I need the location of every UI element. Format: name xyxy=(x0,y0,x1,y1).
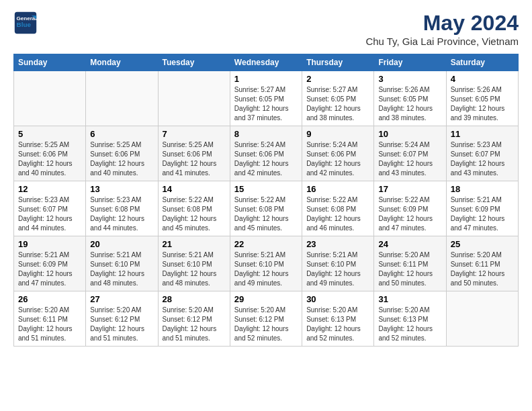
day-number: 24 xyxy=(378,239,441,249)
day-info: Sunrise: 5:21 AM Sunset: 6:10 PM Dayligh… xyxy=(163,250,226,288)
day-cell: 7Sunrise: 5:25 AM Sunset: 6:06 PM Daylig… xyxy=(158,126,230,181)
day-number: 1 xyxy=(234,74,298,84)
day-cell: 23Sunrise: 5:21 AM Sunset: 6:10 PM Dayli… xyxy=(302,236,374,291)
col-header-wednesday: Wednesday xyxy=(230,54,302,71)
day-number: 11 xyxy=(451,129,514,139)
day-info: Sunrise: 5:24 AM Sunset: 6:06 PM Dayligh… xyxy=(234,140,298,178)
day-cell: 20Sunrise: 5:21 AM Sunset: 6:10 PM Dayli… xyxy=(86,236,158,291)
day-number: 13 xyxy=(90,184,153,194)
col-header-saturday: Saturday xyxy=(446,54,518,71)
day-number: 8 xyxy=(234,129,298,139)
day-cell: 21Sunrise: 5:21 AM Sunset: 6:10 PM Dayli… xyxy=(158,236,230,291)
day-info: Sunrise: 5:23 AM Sunset: 6:07 PM Dayligh… xyxy=(18,195,81,233)
svg-text:Blue: Blue xyxy=(17,21,32,28)
day-cell: 25Sunrise: 5:20 AM Sunset: 6:11 PM Dayli… xyxy=(446,236,518,291)
day-info: Sunrise: 5:24 AM Sunset: 6:07 PM Dayligh… xyxy=(378,140,441,178)
day-info: Sunrise: 5:23 AM Sunset: 6:08 PM Dayligh… xyxy=(90,195,153,233)
day-info: Sunrise: 5:21 AM Sunset: 6:10 PM Dayligh… xyxy=(306,250,369,288)
day-number: 16 xyxy=(306,184,369,194)
day-number: 2 xyxy=(306,74,369,84)
day-info: Sunrise: 5:25 AM Sunset: 6:06 PM Dayligh… xyxy=(163,140,226,178)
day-info: Sunrise: 5:20 AM Sunset: 6:11 PM Dayligh… xyxy=(18,306,81,343)
day-number: 6 xyxy=(90,129,153,139)
day-info: Sunrise: 5:24 AM Sunset: 6:06 PM Dayligh… xyxy=(306,140,369,178)
day-number: 20 xyxy=(90,239,153,249)
day-cell: 2Sunrise: 5:27 AM Sunset: 6:05 PM Daylig… xyxy=(302,71,374,126)
day-cell: 17Sunrise: 5:22 AM Sunset: 6:09 PM Dayli… xyxy=(374,181,446,236)
day-info: Sunrise: 5:20 AM Sunset: 6:12 PM Dayligh… xyxy=(90,306,153,343)
day-info: Sunrise: 5:20 AM Sunset: 6:12 PM Dayligh… xyxy=(163,306,226,343)
day-number: 26 xyxy=(18,294,81,304)
day-info: Sunrise: 5:20 AM Sunset: 6:12 PM Dayligh… xyxy=(234,306,298,343)
day-number: 31 xyxy=(378,294,441,304)
day-number: 12 xyxy=(18,184,81,194)
header: General Blue May 2024 Chu Ty, Gia Lai Pr… xyxy=(13,11,519,47)
day-info: Sunrise: 5:26 AM Sunset: 6:05 PM Dayligh… xyxy=(378,85,441,123)
col-header-tuesday: Tuesday xyxy=(158,54,230,71)
day-number: 22 xyxy=(234,239,298,249)
main-title: May 2024 xyxy=(365,11,519,36)
logo-icon: General Blue xyxy=(13,11,38,35)
day-number: 14 xyxy=(163,184,226,194)
day-number: 30 xyxy=(306,294,369,304)
days-header-row: SundayMondayTuesdayWednesdayThursdayFrid… xyxy=(14,54,519,71)
day-cell: 12Sunrise: 5:23 AM Sunset: 6:07 PM Dayli… xyxy=(14,181,86,236)
day-info: Sunrise: 5:22 AM Sunset: 6:08 PM Dayligh… xyxy=(306,195,369,233)
day-cell: 27Sunrise: 5:20 AM Sunset: 6:12 PM Dayli… xyxy=(86,291,158,347)
day-number: 15 xyxy=(234,184,298,194)
day-info: Sunrise: 5:20 AM Sunset: 6:11 PM Dayligh… xyxy=(451,250,514,288)
day-cell: 22Sunrise: 5:21 AM Sunset: 6:10 PM Dayli… xyxy=(230,236,302,291)
day-cell: 15Sunrise: 5:22 AM Sunset: 6:08 PM Dayli… xyxy=(230,181,302,236)
subtitle: Chu Ty, Gia Lai Province, Vietnam xyxy=(365,36,519,47)
day-number: 10 xyxy=(378,129,441,139)
day-cell: 26Sunrise: 5:20 AM Sunset: 6:11 PM Dayli… xyxy=(14,291,86,347)
day-number: 27 xyxy=(90,294,153,304)
col-header-thursday: Thursday xyxy=(302,54,374,71)
day-info: Sunrise: 5:20 AM Sunset: 6:11 PM Dayligh… xyxy=(378,250,441,288)
day-cell xyxy=(446,291,518,347)
day-info: Sunrise: 5:21 AM Sunset: 6:09 PM Dayligh… xyxy=(18,250,81,288)
day-cell: 19Sunrise: 5:21 AM Sunset: 6:09 PM Dayli… xyxy=(14,236,86,291)
day-cell: 3Sunrise: 5:26 AM Sunset: 6:05 PM Daylig… xyxy=(374,71,446,126)
day-info: Sunrise: 5:22 AM Sunset: 6:09 PM Dayligh… xyxy=(378,195,441,233)
week-row-3: 12Sunrise: 5:23 AM Sunset: 6:07 PM Dayli… xyxy=(14,181,519,236)
day-cell: 10Sunrise: 5:24 AM Sunset: 6:07 PM Dayli… xyxy=(374,126,446,181)
col-header-monday: Monday xyxy=(86,54,158,71)
day-cell: 24Sunrise: 5:20 AM Sunset: 6:11 PM Dayli… xyxy=(374,236,446,291)
week-row-1: 1Sunrise: 5:27 AM Sunset: 6:05 PM Daylig… xyxy=(14,71,519,126)
day-number: 23 xyxy=(306,239,369,249)
day-info: Sunrise: 5:20 AM Sunset: 6:13 PM Dayligh… xyxy=(378,306,441,343)
day-info: Sunrise: 5:22 AM Sunset: 6:08 PM Dayligh… xyxy=(234,195,298,233)
day-info: Sunrise: 5:27 AM Sunset: 6:05 PM Dayligh… xyxy=(306,85,369,123)
col-header-friday: Friday xyxy=(374,54,446,71)
day-cell: 18Sunrise: 5:21 AM Sunset: 6:09 PM Dayli… xyxy=(446,181,518,236)
day-info: Sunrise: 5:26 AM Sunset: 6:05 PM Dayligh… xyxy=(451,85,514,123)
day-cell: 9Sunrise: 5:24 AM Sunset: 6:06 PM Daylig… xyxy=(302,126,374,181)
logo: General Blue xyxy=(13,11,38,35)
day-number: 3 xyxy=(378,74,441,84)
day-cell: 5Sunrise: 5:25 AM Sunset: 6:06 PM Daylig… xyxy=(14,126,86,181)
day-cell: 8Sunrise: 5:24 AM Sunset: 6:06 PM Daylig… xyxy=(230,126,302,181)
title-area: May 2024 Chu Ty, Gia Lai Province, Vietn… xyxy=(365,11,519,47)
day-number: 7 xyxy=(163,129,226,139)
day-info: Sunrise: 5:21 AM Sunset: 6:10 PM Dayligh… xyxy=(90,250,153,288)
day-number: 17 xyxy=(378,184,441,194)
day-number: 5 xyxy=(18,129,81,139)
day-cell: 14Sunrise: 5:22 AM Sunset: 6:08 PM Dayli… xyxy=(158,181,230,236)
day-info: Sunrise: 5:27 AM Sunset: 6:05 PM Dayligh… xyxy=(234,85,298,123)
day-info: Sunrise: 5:20 AM Sunset: 6:13 PM Dayligh… xyxy=(306,306,369,343)
day-cell: 13Sunrise: 5:23 AM Sunset: 6:08 PM Dayli… xyxy=(86,181,158,236)
day-cell: 30Sunrise: 5:20 AM Sunset: 6:13 PM Dayli… xyxy=(302,291,374,347)
week-row-2: 5Sunrise: 5:25 AM Sunset: 6:06 PM Daylig… xyxy=(14,126,519,181)
day-cell: 16Sunrise: 5:22 AM Sunset: 6:08 PM Dayli… xyxy=(302,181,374,236)
day-number: 28 xyxy=(163,294,226,304)
day-number: 9 xyxy=(306,129,369,139)
week-row-5: 26Sunrise: 5:20 AM Sunset: 6:11 PM Dayli… xyxy=(14,291,519,347)
day-number: 21 xyxy=(163,239,226,249)
day-cell: 28Sunrise: 5:20 AM Sunset: 6:12 PM Dayli… xyxy=(158,291,230,347)
day-cell xyxy=(14,71,86,126)
week-row-4: 19Sunrise: 5:21 AM Sunset: 6:09 PM Dayli… xyxy=(14,236,519,291)
day-number: 19 xyxy=(18,239,81,249)
day-cell: 6Sunrise: 5:25 AM Sunset: 6:06 PM Daylig… xyxy=(86,126,158,181)
day-number: 4 xyxy=(451,74,514,84)
